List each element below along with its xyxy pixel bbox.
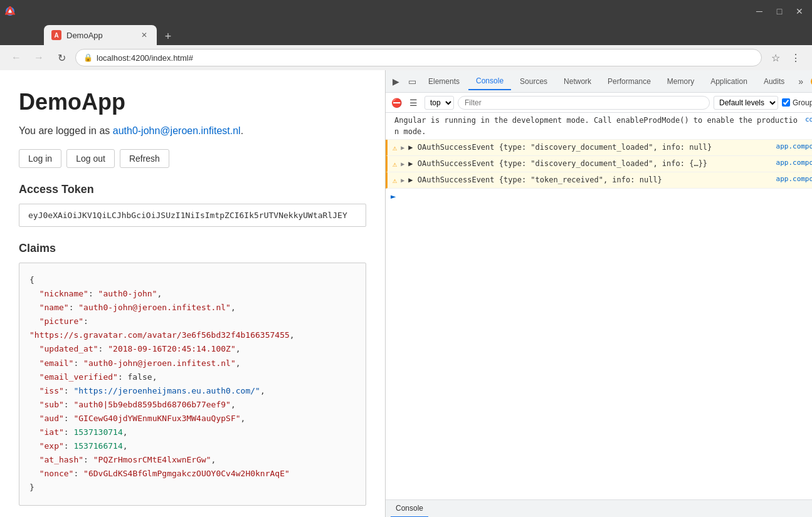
claim-email-verified-val: false xyxy=(128,372,152,382)
more-tabs-button[interactable]: » xyxy=(793,74,808,89)
user-email-link[interactable]: auth0-john@jeroen.infitest.nl xyxy=(113,125,241,136)
tab-bar: A DemoApp ✕ + xyxy=(0,23,812,45)
claim-iss-val: "https://jeroenheijmans.eu.auth0.com/" xyxy=(73,386,260,395)
warn-icon-1: ⚠ xyxy=(393,142,397,154)
logged-in-text: You are logged in as auth0-john@jeroen.i… xyxy=(19,125,366,137)
browser-tab[interactable]: A DemoApp ✕ xyxy=(44,25,157,45)
group-similar-checkbox[interactable] xyxy=(782,98,790,107)
tab-console[interactable]: Console xyxy=(468,73,511,90)
claim-email-val: "auth0-john@jeroen.infitest.nl" xyxy=(83,358,236,368)
more-button[interactable]: ⋮ xyxy=(787,49,804,66)
claim-nickname-key: "nickname" xyxy=(40,289,88,298)
console-source-2[interactable]: app.component.ts:26 xyxy=(776,158,812,169)
console-source-3[interactable]: app.component.ts:26 xyxy=(776,174,812,185)
console-output: Angular is running in the development mo… xyxy=(386,113,812,499)
expand-icon-1[interactable]: ▶ xyxy=(401,143,404,152)
brace-open: { xyxy=(29,275,34,285)
console-message-1: ▶ OAuthSuccessEvent {type: "discovery_do… xyxy=(408,142,772,153)
bookmark-button[interactable]: ☆ xyxy=(767,49,784,66)
forward-button[interactable]: → xyxy=(30,49,48,66)
claim-iat-key: "iat" xyxy=(40,427,64,437)
claim-exp-val: 1537166714 xyxy=(73,441,122,451)
expand-icon-3[interactable]: ▶ xyxy=(401,175,404,185)
expand-icon-2[interactable]: ▶ xyxy=(401,159,404,169)
claim-exp-key: "exp" xyxy=(40,441,64,451)
back-button[interactable]: ← xyxy=(8,49,25,66)
claim-sub-val: "auth0|5b9ebd8595bd68706b77eef9" xyxy=(73,400,230,409)
brace-close: } xyxy=(29,483,34,492)
console-context-select[interactable]: top xyxy=(424,96,454,110)
minimize-button[interactable]: ─ xyxy=(752,4,767,19)
console-prompt: ► xyxy=(386,189,812,204)
claim-updated-key: "updated_at" xyxy=(40,344,98,353)
console-level-select[interactable]: Default levels xyxy=(714,96,778,110)
access-token-label: Access Token xyxy=(19,183,366,196)
claim-email-key: "email" xyxy=(40,358,74,368)
claim-aud-key: "aud" xyxy=(40,414,64,423)
console-line-3: ⚠ ▶ ▶ OAuthSuccessEvent {type: "token_re… xyxy=(386,172,812,189)
claim-nonce-key: "nonce" xyxy=(40,469,74,478)
maximize-button[interactable]: □ xyxy=(772,4,787,19)
reload-button[interactable]: ↻ xyxy=(53,49,70,66)
bottom-console-tab[interactable]: Console xyxy=(391,500,428,518)
claim-nickname-val: "auth0-john" xyxy=(98,289,157,298)
devtools-bottom-bar: Console ✕ xyxy=(386,499,812,517)
claim-aud-val: "GICewG40jdYWEnmuKNFux3MW4auQypSF" xyxy=(73,414,240,423)
claim-updated-val: "2018-09-16T20:45:14.100Z" xyxy=(108,344,236,353)
log-in-button[interactable]: Log in xyxy=(19,149,61,168)
console-clear-button[interactable]: ⛔ xyxy=(391,97,402,108)
url-text: localhost:4200/index.html# xyxy=(97,53,193,63)
tab-title: DemoApp xyxy=(66,31,134,40)
console-message-0: Angular is running in the development mo… xyxy=(394,115,801,137)
devtools-tab-bar: ▶ ▭ Elements Console Sources Network Per… xyxy=(386,70,812,93)
claim-name-key: "name" xyxy=(40,303,69,312)
tab-elements[interactable]: Elements xyxy=(421,73,467,90)
url-bar[interactable]: 🔒 localhost:4200/index.html# xyxy=(75,49,762,66)
refresh-button[interactable]: Refresh xyxy=(120,149,169,168)
address-bar: ← → ↻ 🔒 localhost:4200/index.html# ☆ ⋮ xyxy=(0,45,812,70)
claim-picture-val: "https://s.gravatar.com/avatar/3e6f56bd3… xyxy=(29,330,290,340)
console-sidebar-button[interactable]: ☰ xyxy=(406,95,421,110)
tab-favicon: A xyxy=(51,30,61,40)
browser-actions: ☆ ⋮ xyxy=(767,49,804,66)
warn-icon-2: ⚠ xyxy=(393,159,397,170)
claims-json: { "nickname": "auth0-john", "name": "aut… xyxy=(19,263,366,506)
devtools-panel: ▶ ▭ Elements Console Sources Network Per… xyxy=(386,70,812,517)
devtools-device-button[interactable]: ▭ xyxy=(404,74,419,89)
window-controls: ─ □ ✕ xyxy=(752,4,807,19)
chrome-icon xyxy=(5,6,15,16)
claim-sub-key: "sub" xyxy=(40,400,64,409)
console-filter-input[interactable] xyxy=(458,96,710,110)
logged-in-suffix: . xyxy=(241,125,243,136)
warn-icon-3: ⚠ xyxy=(393,175,397,186)
console-message-3: ▶ OAuthSuccessEvent {type: "token_receiv… xyxy=(408,174,772,185)
tab-memory[interactable]: Memory xyxy=(660,73,702,90)
claim-nonce-val: "6DvGLdKS4BfGlmPgmgakczOUOY0Cv4w2H0knrAq… xyxy=(83,469,290,478)
tab-sources[interactable]: Sources xyxy=(512,73,555,90)
new-tab-button[interactable]: + xyxy=(159,28,177,45)
main-layout: DemoApp You are logged in as auth0-john@… xyxy=(0,70,812,517)
console-line-0: Angular is running in the development mo… xyxy=(386,113,812,140)
action-buttons: Log in Log out Refresh xyxy=(19,149,366,168)
browser-chrome: ─ □ ✕ A DemoApp ✕ + ← → ↻ 🔒 localhost:42… xyxy=(0,0,812,70)
log-out-button[interactable]: Log out xyxy=(66,149,115,168)
tab-network[interactable]: Network xyxy=(556,73,599,90)
console-message-2: ▶ OAuthSuccessEvent {type: "discovery_do… xyxy=(408,158,772,169)
app-title: DemoApp xyxy=(19,89,366,115)
title-bar: ─ □ ✕ xyxy=(0,0,812,23)
devtools-tab-end: » 3 ⋮ ✕ xyxy=(793,74,812,89)
tab-application[interactable]: Application xyxy=(703,73,755,90)
tab-performance[interactable]: Performance xyxy=(600,73,658,90)
devtools-inspect-button[interactable]: ▶ xyxy=(388,74,403,89)
console-source-0[interactable]: core.js:3123 xyxy=(805,115,812,125)
console-line-1: ⚠ ▶ ▶ OAuthSuccessEvent {type: "discover… xyxy=(386,140,812,156)
access-token-value: eyJ0eXAiOiJKV1QiLCJhbGciOiJSUzI1NiIsImtp… xyxy=(19,204,366,227)
tab-close-button[interactable]: ✕ xyxy=(139,30,149,40)
logged-in-prefix: You are logged in as xyxy=(19,125,113,136)
prompt-arrow: ► xyxy=(391,191,396,201)
claim-iss-key: "iss" xyxy=(40,386,64,395)
close-button[interactable]: ✕ xyxy=(792,4,807,19)
tab-audits[interactable]: Audits xyxy=(756,73,792,90)
claim-picture-key: "picture" xyxy=(40,316,83,326)
console-source-1[interactable]: app.component.ts:26 xyxy=(776,142,812,152)
